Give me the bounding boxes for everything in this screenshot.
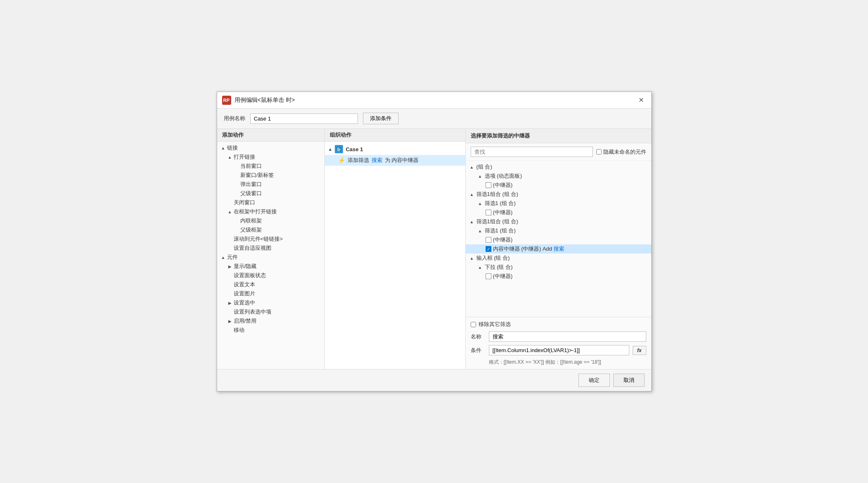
left-tree-item-links[interactable]: ▲ 链接 xyxy=(217,143,324,152)
usecase-row: 用例名称 添加条件 xyxy=(217,109,651,129)
left-tree-item-close-window[interactable]: 关闭窗口 xyxy=(217,198,324,207)
action-item[interactable]: ⚡ 添加筛选 搜索 为 内容中继器 xyxy=(325,155,465,166)
case-name: Case 1 xyxy=(346,146,363,152)
tree-label-set-adaptive: 设置自适应视图 xyxy=(233,244,271,252)
relay-tree-item-content-relay[interactable]: ✓内容中继器 (中继器) Add 搜索 xyxy=(466,244,651,254)
relay-tree-item-filter1-2[interactable]: ▲ 筛选1 (组 合) xyxy=(466,226,651,235)
relay-label-filter1-2: 筛选1 (组 合) xyxy=(485,227,516,234)
relay-label-dropdown: 下拉 (组 合) xyxy=(485,263,513,271)
add-condition-button[interactable]: 添加条件 xyxy=(363,113,399,124)
search-relay-input[interactable] xyxy=(471,147,593,157)
relay-toggle-filter1-1[interactable]: ▲ xyxy=(477,201,483,206)
tree-toggle-links[interactable]: ▲ xyxy=(220,146,226,150)
left-tree-item-set-list-selected[interactable]: 设置列表选中项 xyxy=(217,307,324,316)
left-tree-item-set-adaptive[interactable]: 设置自适应视图 xyxy=(217,244,324,253)
tree-toggle-enable-disable[interactable]: ▶ xyxy=(227,319,233,324)
relay-toggle-filter1-2[interactable]: ▲ xyxy=(477,229,483,233)
case-arrow-icon: ▲ xyxy=(328,147,333,152)
left-tree-item-open-link[interactable]: ▲ 打开链接 xyxy=(217,152,324,162)
relay-label-content-relay: 内容中继器 (中继器) Add 搜索 xyxy=(493,245,565,253)
name-field-input[interactable] xyxy=(489,331,646,342)
relay-tree-item-relay-4[interactable]: (中继器) xyxy=(466,272,651,281)
relay-checkbox-content-relay[interactable]: ✓ xyxy=(486,246,491,252)
left-tree-item-parent-window[interactable]: 父级窗口 xyxy=(217,189,324,198)
left-tree-item-current-window[interactable]: 当前窗口 xyxy=(217,162,324,171)
tree-toggle-set-selected[interactable]: ▶ xyxy=(227,301,233,305)
tree-label-enable-disable: 启用/禁用 xyxy=(233,317,257,325)
tree-label-set-list-selected: 设置列表选中项 xyxy=(233,308,271,316)
app-icon: RP xyxy=(222,96,231,105)
cancel-button[interactable]: 取消 xyxy=(613,374,645,387)
relay-tree-item-input-box[interactable]: ▲ 输入框 (组 合) xyxy=(466,254,651,263)
relay-toggle-options[interactable]: ▲ xyxy=(477,174,483,179)
left-tree-item-inline-frame[interactable]: 内联框架 xyxy=(217,216,324,225)
lightning-icon: ⚡ xyxy=(338,157,345,164)
relay-toggle-input-box[interactable]: ▲ xyxy=(469,256,475,261)
left-tree-item-scroll-to[interactable]: 滚动到元件<链链接> xyxy=(217,234,324,244)
relay-tree-item-filter1-1[interactable]: ▲ 筛选1 (组 合) xyxy=(466,199,651,208)
relay-toggle-group-he[interactable]: ▲ xyxy=(469,165,475,169)
tree-label-set-selected: 设置选中 xyxy=(233,299,255,307)
tree-toggle-widgets[interactable]: ▲ xyxy=(220,255,226,260)
hide-unnamed-label[interactable]: 隐藏未命名的元件 xyxy=(596,148,646,156)
tree-toggle-open-in-frame[interactable]: ▲ xyxy=(227,210,233,214)
close-button[interactable]: ✕ xyxy=(636,95,646,105)
relay-tree-item-dropdown[interactable]: ▲ 下拉 (组 合) xyxy=(466,263,651,272)
left-tree-item-show-hide[interactable]: ▶ 显示/隐藏 xyxy=(217,262,324,271)
tree-toggle-show-hide[interactable]: ▶ xyxy=(227,264,233,269)
left-tree-item-open-in-frame[interactable]: ▲ 在框架中打开链接 xyxy=(217,207,324,216)
relay-toggle-filter1-group2[interactable]: ▲ xyxy=(469,220,475,224)
title-bar-left: RP 用例编辑<鼠标单击 时> xyxy=(222,96,295,105)
relay-checkbox-relay-3[interactable] xyxy=(486,237,491,243)
tree-label-open-in-frame: 在框架中打开链接 xyxy=(233,208,277,215)
left-tree-area[interactable]: ▲ 链接 ▲ 打开链接 当前窗口 新窗口/新标签 弹出窗口 父级窗口 关闭窗口 … xyxy=(217,142,324,369)
relay-tree-item-relay-1[interactable]: (中继器) xyxy=(466,181,651,190)
fx-button[interactable]: fx xyxy=(633,346,646,355)
relay-checkbox-relay-1[interactable] xyxy=(486,182,491,188)
relay-checkbox-relay-2[interactable] xyxy=(486,210,491,215)
relay-toggle-filter1-group1[interactable]: ▲ xyxy=(469,192,475,197)
case-item: ▲ Case 1 xyxy=(325,143,465,155)
remove-filter-checkbox[interactable] xyxy=(471,322,476,327)
tree-label-close-window: 关闭窗口 xyxy=(233,199,255,206)
usecase-name-input[interactable] xyxy=(250,114,358,124)
relay-tree-item-relay-3[interactable]: (中继器) xyxy=(466,235,651,244)
right-panel: 选择要添加筛选的中继器 隐藏未命名的元件 ▲ (组 合) ▲ 选项 (动态面板)… xyxy=(466,129,651,369)
left-tree-item-parent-frame[interactable]: 父级框架 xyxy=(217,225,324,234)
relay-tree-item-options[interactable]: ▲ 选项 (动态面板) xyxy=(466,171,651,181)
middle-panel-header: 组织动作 xyxy=(325,129,465,142)
tree-label-widgets: 元件 xyxy=(226,254,238,261)
relay-tree-area[interactable]: ▲ (组 合) ▲ 选项 (动态面板) (中继器) ▲ 筛选1组合 (组 合) … xyxy=(466,161,651,317)
relay-tree-item-group-he[interactable]: ▲ (组 合) xyxy=(466,162,651,171)
relay-checkbox-relay-4[interactable] xyxy=(486,273,491,279)
bottom-section: 移除其它筛选 名称 条件 fx 格式：[[Item.XX == 'XX']] 例… xyxy=(466,317,651,369)
left-tree-item-widgets[interactable]: ▲ 元件 xyxy=(217,253,324,262)
left-tree-item-enable-disable[interactable]: ▶ 启用/禁用 xyxy=(217,316,324,326)
left-tree-item-popup-window[interactable]: 弹出窗口 xyxy=(217,180,324,189)
relay-tree-item-relay-2[interactable]: (中继器) xyxy=(466,208,651,217)
remove-filter-label: 移除其它筛选 xyxy=(479,321,511,328)
tree-label-set-text: 设置文本 xyxy=(233,281,255,288)
left-tree-item-set-panel-state[interactable]: 设置面板状态 xyxy=(217,271,324,280)
left-tree-item-set-image[interactable]: 设置图片 xyxy=(217,289,324,298)
hide-unnamed-checkbox[interactable] xyxy=(596,149,602,155)
action-link[interactable]: 搜索 xyxy=(372,157,382,164)
relay-toggle-dropdown[interactable]: ▲ xyxy=(477,265,483,270)
left-tree-item-set-text[interactable]: 设置文本 xyxy=(217,280,324,289)
relay-label-options: 选项 (动态面板) xyxy=(485,172,522,180)
tree-label-set-image: 设置图片 xyxy=(233,290,255,297)
condition-field-input[interactable] xyxy=(489,345,629,355)
tree-label-parent-frame: 父级框架 xyxy=(239,226,262,234)
left-tree-item-set-selected[interactable]: ▶ 设置选中 xyxy=(217,298,324,307)
relay-label-group-he: (组 合) xyxy=(476,163,492,171)
dialog-title: 用例编辑<鼠标单击 时> xyxy=(235,97,295,104)
svg-rect-2 xyxy=(337,149,341,150)
tree-toggle-open-link[interactable]: ▲ xyxy=(227,155,233,159)
relay-tree-item-filter1-group1[interactable]: ▲ 筛选1组合 (组 合) xyxy=(466,190,651,199)
tree-label-parent-window: 父级窗口 xyxy=(239,190,262,197)
left-tree-item-new-window[interactable]: 新窗口/新标签 xyxy=(217,171,324,180)
relay-tree-item-filter1-group2[interactable]: ▲ 筛选1组合 (组 合) xyxy=(466,217,651,226)
confirm-button[interactable]: 确定 xyxy=(578,374,610,387)
right-section-title: 选择要添加筛选的中继器 xyxy=(466,129,651,143)
left-tree-item-move[interactable]: 移动 xyxy=(217,326,324,335)
